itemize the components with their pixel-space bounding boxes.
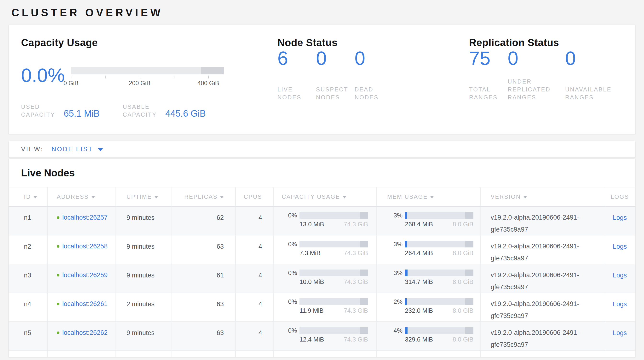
memory-usage-bar-reserved [465, 241, 474, 247]
capacity-total-value: 74.3 GiB [344, 249, 368, 257]
column-header-label: ID [24, 194, 31, 200]
column-header-replicas[interactable]: REPLICAS [172, 188, 236, 206]
node-version-cell: v19.2.0-alpha.20190606-2491-gfe735c9a97 [480, 207, 604, 235]
live-nodes-stat: 6 LIVE NODES [278, 49, 316, 101]
node-live-status-dot-icon [57, 274, 60, 276]
node-address-link[interactable]: localhost:26261 [62, 298, 108, 310]
node-id: n3 [24, 272, 31, 279]
sort-desc-icon [154, 196, 158, 199]
node-cpus: 4 [258, 214, 262, 221]
node-replicas-cell: 63 [172, 235, 236, 264]
view-label: VIEW: [21, 145, 43, 153]
empty-cell [604, 351, 636, 357]
column-header-address[interactable]: ADDRESS [48, 188, 116, 206]
memory-used-value: 264.4 MiB [405, 249, 433, 257]
node-address-link[interactable]: localhost:26257 [62, 212, 108, 224]
node-address: localhost:26257 [57, 212, 115, 224]
node-id: n2 [24, 243, 31, 250]
sort-desc-icon [91, 196, 95, 199]
empty-cell [116, 351, 172, 357]
capacity-bar-reserved-segment [201, 67, 224, 74]
memory-usage-bar-line: 4% [387, 327, 480, 334]
memory-used-value: 329.6 MiB [405, 336, 433, 343]
memory-usage-percent: 3% [387, 241, 402, 247]
memory-usage-percent: 4% [387, 327, 402, 334]
node-address-link[interactable]: localhost:26258 [62, 240, 108, 252]
memory-total-value: 8.0 GiB [452, 307, 474, 314]
node-replicas: 62 [216, 214, 224, 221]
memory-usage-bar-reserved [465, 298, 474, 305]
memory-used-value: 232.0 MiB [405, 307, 433, 314]
axis-tick-mark [71, 76, 72, 78]
column-header-label: MEM USAGE [387, 194, 428, 200]
column-header-version[interactable]: VERSION [480, 188, 604, 206]
capacity-used-value: 10.0 MiB [300, 278, 324, 285]
memory-usage-cell: 4%329.6 MiB8.0 GiB [376, 322, 480, 350]
column-header-label: LOGS [611, 194, 629, 200]
memory-usage-bar-fill [405, 212, 407, 219]
capacity-usage-bar [300, 212, 368, 219]
usable-capacity-label: USABLE CAPACITY [123, 103, 163, 119]
empty-cell [274, 351, 376, 357]
capacity-usage-values: 12.4 MiB74.3 GiB [300, 336, 368, 343]
capacity-total-value: 74.3 GiB [344, 336, 368, 343]
node-address-cell: localhost:26261 [48, 293, 116, 321]
node-address-link[interactable]: localhost:26259 [62, 269, 108, 281]
view-dropdown-value: NODE LIST [52, 145, 93, 153]
node-id: n4 [24, 300, 31, 308]
under-replicated-ranges-value: 0 [508, 49, 561, 68]
node-version: v19.2.0-alpha.20190606-2491-gfe735c9a97 [491, 212, 595, 235]
node-uptime: 2 minutes [126, 300, 154, 308]
capacity-usage-bar [300, 327, 368, 334]
column-header-id[interactable]: ID [8, 188, 48, 206]
empty-cell [376, 351, 480, 357]
memory-usage-bar-fill [405, 241, 407, 247]
memory-usage-bar-fill [405, 298, 407, 305]
column-header-label: CPUS [244, 194, 262, 200]
table-row: n4localhost:262612 minutes6340%11.9 MiB7… [8, 293, 636, 322]
capacity-usage-title: Capacity Usage [21, 37, 278, 49]
suspect-nodes-label: SUSPECT NODES [316, 85, 350, 101]
empty-cell [8, 351, 48, 357]
capacity-usage-bar-reserved [360, 298, 368, 305]
column-header-memory[interactable]: MEM USAGE [376, 188, 480, 206]
axis-tick-mark [106, 76, 106, 78]
total-ranges-value: 75 [469, 49, 503, 68]
capacity-usage-bar-line: 0% [282, 212, 376, 219]
node-id-cell: n2 [8, 235, 48, 264]
axis-tick-label: 200 GiB [129, 80, 150, 87]
node-version-cell: v19.2.0-alpha.20190606-2491-gfe735c9a97 [480, 322, 604, 350]
node-logs-link[interactable]: Logs [613, 214, 627, 221]
node-logs-link[interactable]: Logs [613, 300, 627, 308]
column-header-capacity[interactable]: CAPACITY USAGE [274, 188, 376, 206]
node-logs-link[interactable]: Logs [613, 272, 627, 279]
column-header-uptime[interactable]: UPTIME [116, 188, 172, 206]
node-cpus-cell: 4 [236, 293, 274, 321]
column-header-label: UPTIME [126, 194, 152, 200]
dead-nodes-value: 0 [354, 49, 398, 68]
node-address-cell: localhost:26262 [48, 322, 116, 350]
memory-usage-cell: 2%232.0 MiB8.0 GiB [376, 293, 480, 321]
node-live-status-dot-icon [57, 216, 60, 219]
column-header-cpus: CPUS [236, 188, 274, 206]
under-replicated-ranges-stat: 0 UNDER-REPLICATED RANGES [508, 49, 565, 101]
node-replicas-cell: 62 [172, 207, 236, 235]
sort-desc-icon [430, 196, 434, 199]
capacity-usage-bar [300, 298, 368, 305]
table-row: n2localhost:262589 minutes6340%7.3 MiB74… [8, 235, 636, 264]
node-status-section: Node Status 6 LIVE NODES 0 SUSPECT NODES… [278, 37, 469, 134]
view-dropdown[interactable]: NODE LIST [52, 145, 103, 153]
node-uptime-cell: 9 minutes [116, 322, 172, 350]
capacity-axis-ticks [71, 75, 224, 79]
node-logs-link[interactable]: Logs [613, 243, 627, 250]
node-id: n5 [24, 329, 31, 336]
memory-usage-bar-line: 2% [387, 298, 480, 305]
node-logs-link[interactable]: Logs [613, 329, 627, 336]
live-nodes-value: 6 [278, 49, 312, 68]
capacity-usage-values: 7.3 MiB74.3 GiB [300, 249, 368, 257]
node-address-link[interactable]: localhost:26262 [62, 327, 108, 339]
capacity-usage-bar-reserved [360, 327, 368, 334]
sort-desc-icon [220, 196, 224, 199]
node-version-cell: v19.2.0-alpha.20190606-2491-gfe735c9a97 [480, 293, 604, 321]
node-cpus-cell: 4 [236, 207, 274, 235]
